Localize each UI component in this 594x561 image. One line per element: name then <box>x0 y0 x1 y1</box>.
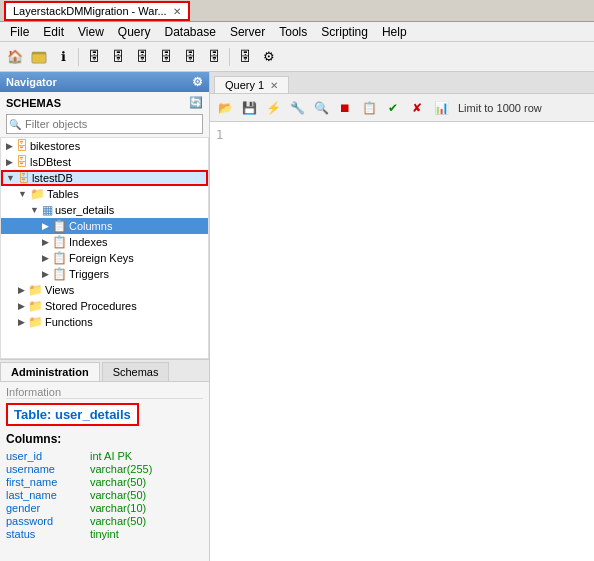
arrow-indexes: ▶ <box>42 237 49 247</box>
toolbar-open-btn[interactable] <box>28 46 50 68</box>
tree-item-user-details[interactable]: ▼ ▦ user_details <box>1 202 208 218</box>
col-row-username: username varchar(255) <box>6 463 203 475</box>
q-btn-cancel[interactable]: ✘ <box>406 98 428 118</box>
toolbar-btn-7[interactable]: 🗄 <box>179 46 201 68</box>
col-name-gender: gender <box>6 502 78 514</box>
icon-columns: 📋 <box>52 219 67 233</box>
window-close-icon[interactable]: ✕ <box>173 6 181 17</box>
label-lsdbtest: lsDBtest <box>30 156 71 168</box>
menu-view[interactable]: View <box>72 23 110 41</box>
label-lstestdb: lstestDB <box>32 172 73 184</box>
db-icon-bikestores: 🗄 <box>16 139 28 153</box>
col-name-password: password <box>6 515 78 527</box>
col-type-status: tinyint <box>90 528 119 540</box>
toolbar-btn-4[interactable]: 🗄 <box>107 46 129 68</box>
filter-box: 🔍 <box>6 114 203 134</box>
arrow-lstestdb: ▼ <box>6 173 15 183</box>
col-type-first-name: varchar(50) <box>90 476 146 488</box>
columns-section-title: Columns: <box>6 432 203 446</box>
menu-query[interactable]: Query <box>112 23 157 41</box>
tree-item-indexes[interactable]: ▶ 📋 Indexes <box>1 234 208 250</box>
tree-item-triggers[interactable]: ▶ 📋 Triggers <box>1 266 208 282</box>
q-btn-check[interactable]: ✔ <box>382 98 404 118</box>
toolbar-btn-8[interactable]: 🗄 <box>203 46 225 68</box>
tab-administration[interactable]: Administration <box>0 362 100 381</box>
table-name: user_details <box>55 407 131 422</box>
tab-schemas[interactable]: Schemas <box>102 362 170 381</box>
menu-database[interactable]: Database <box>159 23 222 41</box>
menu-server[interactable]: Server <box>224 23 271 41</box>
svg-rect-1 <box>32 54 46 63</box>
toolbar-btn-9[interactable]: 🗄 <box>234 46 256 68</box>
navigator-icon: ⚙ <box>192 75 203 89</box>
tree-item-columns[interactable]: ▶ 📋 Columns <box>1 218 208 234</box>
icon-indexes: 📋 <box>52 235 67 249</box>
tree-item-bikestores[interactable]: ▶ 🗄 bikestores <box>1 138 208 154</box>
col-type-gender: varchar(10) <box>90 502 146 514</box>
col-row-gender: gender varchar(10) <box>6 502 203 514</box>
right-panel: Query 1 ✕ 📂 💾 ⚡ 🔧 🔍 ⏹ 📋 ✔ ✘ 📊 Limit to 1… <box>210 72 594 561</box>
q-btn-save[interactable]: 💾 <box>238 98 260 118</box>
tree-item-functions[interactable]: ▶ 📁 Functions <box>1 314 208 330</box>
label-bikestores: bikestores <box>30 140 80 152</box>
left-panel: Navigator ⚙ SCHEMAS 🔄 🔍 ▶ 🗄 bikestores <box>0 72 210 561</box>
main-container: Navigator ⚙ SCHEMAS 🔄 🔍 ▶ 🗄 bikestores <box>0 72 594 561</box>
toolbar-btn-5[interactable]: 🗄 <box>131 46 153 68</box>
col-row-status: status tinyint <box>6 528 203 540</box>
query-editor[interactable]: 1 <box>210 122 594 561</box>
tree-item-foreign-keys[interactable]: ▶ 📋 Foreign Keys <box>1 250 208 266</box>
menu-edit[interactable]: Edit <box>37 23 70 41</box>
arrow-stored-proc: ▶ <box>18 301 25 311</box>
arrow-user-details: ▼ <box>30 205 39 215</box>
window-tab[interactable]: LayerstackDMMigration - War... ✕ <box>4 1 190 21</box>
filter-input[interactable] <box>6 114 203 134</box>
navigator-title: Navigator <box>6 76 57 88</box>
folder-icon-functions: 📁 <box>28 315 43 329</box>
q-btn-execute[interactable]: ⚡ <box>262 98 284 118</box>
toolbar-btn-6[interactable]: 🗄 <box>155 46 177 68</box>
table-icon-user-details: ▦ <box>42 203 53 217</box>
schemas-refresh-icon[interactable]: 🔄 <box>189 96 203 109</box>
tree-item-stored-procedures[interactable]: ▶ 📁 Stored Procedures <box>1 298 208 314</box>
db-icon-lstestdb: 🗄 <box>18 171 30 185</box>
menu-tools[interactable]: Tools <box>273 23 313 41</box>
toolbar-info-btn[interactable]: ℹ <box>52 46 74 68</box>
tree-container[interactable]: ▶ 🗄 bikestores ▶ 🗄 lsDBtest ▼ 🗄 lstestDB <box>0 137 209 359</box>
menu-file[interactable]: File <box>4 23 35 41</box>
query-tab-1[interactable]: Query 1 ✕ <box>214 76 289 93</box>
q-btn-chart[interactable]: 📊 <box>430 98 452 118</box>
menu-help[interactable]: Help <box>376 23 413 41</box>
q-btn-wrench[interactable]: 🔧 <box>286 98 308 118</box>
title-bar: LayerstackDMMigration - War... ✕ <box>0 0 594 22</box>
toolbar-btn-3[interactable]: 🗄 <box>83 46 105 68</box>
toolbar-new-btn[interactable]: 🏠 <box>4 46 26 68</box>
label-stored-procedures: Stored Procedures <box>45 300 137 312</box>
label-user-details: user_details <box>55 204 114 216</box>
label-tables: Tables <box>47 188 79 200</box>
toolbar-btn-10[interactable]: ⚙ <box>258 46 280 68</box>
label-columns: Columns <box>69 220 112 232</box>
query-tab-close-icon[interactable]: ✕ <box>270 80 278 91</box>
icon-foreign-keys: 📋 <box>52 251 67 265</box>
q-btn-search[interactable]: 🔍 <box>310 98 332 118</box>
arrow-views: ▶ <box>18 285 25 295</box>
toolbar-sep-2 <box>229 48 230 66</box>
folder-icon-views: 📁 <box>28 283 43 297</box>
col-name-first-name: first_name <box>6 476 78 488</box>
label-views: Views <box>45 284 74 296</box>
tree-item-lstestdb[interactable]: ▼ 🗄 lstestDB <box>1 170 208 186</box>
q-btn-copy[interactable]: 📋 <box>358 98 380 118</box>
menu-scripting[interactable]: Scripting <box>315 23 374 41</box>
query-tab-bar: Query 1 ✕ <box>210 72 594 94</box>
tree-item-lsdbtest[interactable]: ▶ 🗄 lsDBtest <box>1 154 208 170</box>
col-row-password: password varchar(50) <box>6 515 203 527</box>
arrow-bikestores: ▶ <box>6 141 13 151</box>
col-name-user-id: user_id <box>6 450 78 462</box>
q-btn-open[interactable]: 📂 <box>214 98 236 118</box>
bottom-tabs: Administration Schemas <box>0 359 209 381</box>
label-functions: Functions <box>45 316 93 328</box>
tree-item-tables[interactable]: ▼ 📁 Tables <box>1 186 208 202</box>
tree-item-views[interactable]: ▶ 📁 Views <box>1 282 208 298</box>
folder-icon-tables: 📁 <box>30 187 45 201</box>
q-btn-stop[interactable]: ⏹ <box>334 98 356 118</box>
